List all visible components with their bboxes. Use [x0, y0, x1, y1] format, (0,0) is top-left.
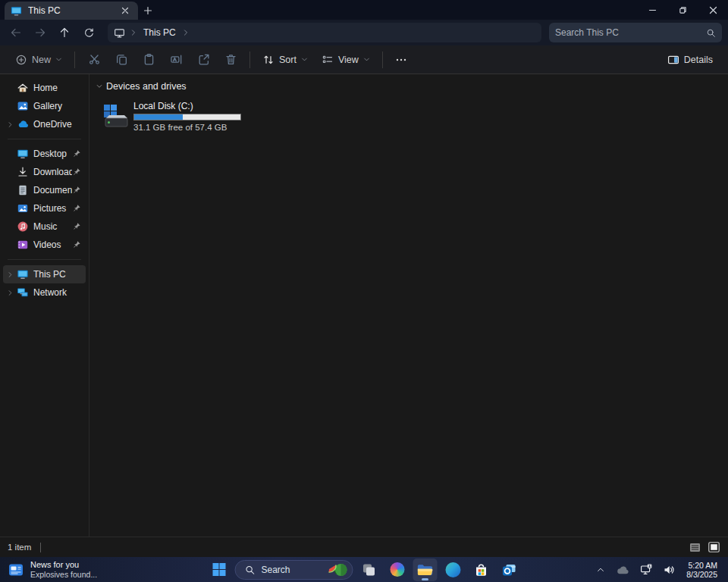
- breadcrumb-item-this-pc[interactable]: This PC: [142, 27, 177, 38]
- pin-icon: [72, 204, 84, 213]
- start-button[interactable]: [207, 559, 231, 581]
- section-devices-and-drives[interactable]: Devices and drives: [96, 79, 728, 94]
- chevron-right-icon[interactable]: [3, 289, 17, 296]
- sidebar-item-videos[interactable]: Videos: [3, 236, 86, 254]
- pictures-icon: [17, 202, 29, 214]
- sidebar-item-label: This PC: [33, 269, 86, 280]
- windows-start-icon: [212, 562, 226, 577]
- details-pane-button[interactable]: Details: [661, 48, 719, 71]
- sidebar-item-pictures[interactable]: Pictures: [3, 199, 86, 217]
- tab-title: This PC: [28, 5, 112, 16]
- chevron-right-icon: [182, 29, 190, 36]
- running-app-indicator: [422, 578, 428, 580]
- outlook-button[interactable]: [497, 559, 522, 581]
- search-box[interactable]: [549, 23, 722, 42]
- new-icon: [15, 54, 27, 66]
- sidebar-item-gallery[interactable]: Gallery: [3, 97, 86, 115]
- file-explorer-button[interactable]: [413, 559, 438, 581]
- file-list-area[interactable]: Devices and drives Local Disk (C:) 31.1 …: [89, 74, 728, 537]
- outlook-icon: [502, 562, 517, 577]
- delete-icon: [224, 53, 237, 66]
- task-view-button[interactable]: [357, 559, 381, 581]
- widget-subtitle: Explosives found...: [30, 570, 97, 579]
- rename-button[interactable]: [163, 48, 189, 71]
- explorer-tab[interactable]: This PC: [5, 2, 138, 20]
- sidebar-item-documents[interactable]: Documents: [3, 181, 86, 199]
- chevron-right-icon[interactable]: [3, 121, 17, 128]
- search-icon: [245, 565, 256, 575]
- close-button[interactable]: [698, 0, 728, 20]
- sidebar-item-desktop[interactable]: Desktop: [3, 145, 86, 163]
- file-explorer-icon: [417, 563, 434, 577]
- sort-label: Sort: [279, 55, 297, 65]
- tab-close-icon[interactable]: [118, 4, 132, 17]
- sidebar-item-label: Videos: [33, 239, 72, 250]
- sidebar-item-onedrive[interactable]: OneDrive: [3, 115, 86, 133]
- sidebar-item-this-pc[interactable]: This PC: [3, 265, 86, 283]
- task-view-icon: [362, 562, 377, 577]
- details-view-toggle[interactable]: [689, 542, 701, 553]
- more-icon: [395, 54, 407, 66]
- sort-button[interactable]: Sort: [256, 48, 314, 71]
- large-icons-view-toggle[interactable]: [708, 542, 720, 553]
- refresh-button[interactable]: [77, 22, 100, 43]
- copy-button[interactable]: [108, 48, 134, 71]
- sidebar-item-downloads[interactable]: Downloads: [3, 163, 86, 181]
- drive-local-disk-c[interactable]: Local Disk (C:) 31.1 GB free of 57.4 GB: [100, 100, 252, 133]
- videos-icon: [17, 239, 29, 251]
- up-button[interactable]: [53, 22, 76, 43]
- new-button[interactable]: New: [9, 48, 68, 71]
- edge-button[interactable]: [441, 559, 466, 581]
- chevron-down-icon: [301, 56, 308, 63]
- restore-button[interactable]: [667, 0, 698, 20]
- copilot-button[interactable]: [385, 559, 410, 581]
- chevron-down-icon: [363, 56, 370, 63]
- paste-button[interactable]: [136, 48, 162, 71]
- cut-icon: [88, 53, 101, 66]
- widgets-button[interactable]: News for you Explosives found...: [0, 557, 105, 582]
- clock[interactable]: 5:20 AM 8/3/2025: [682, 561, 722, 579]
- paste-icon: [143, 53, 155, 66]
- back-button[interactable]: [5, 22, 27, 43]
- navigation-pane: Home Gallery OneDrive: [0, 74, 89, 537]
- desktop-icon: [17, 148, 29, 160]
- breadcrumb[interactable]: This PC: [108, 23, 541, 42]
- music-icon: [17, 221, 29, 233]
- navigation-bar: This PC: [0, 20, 728, 45]
- status-divider: [40, 543, 41, 552]
- volume-tray-icon[interactable]: [659, 559, 679, 580]
- new-label: New: [32, 55, 51, 65]
- chevron-right-icon[interactable]: [3, 271, 17, 278]
- sidebar-item-label: Documents: [33, 185, 72, 196]
- sidebar-item-label: OneDrive: [33, 119, 86, 130]
- sort-icon: [262, 54, 275, 66]
- more-options-button[interactable]: [389, 48, 413, 71]
- search-highlight-watermelon-icon[interactable]: [327, 562, 350, 577]
- widget-title: News for you: [30, 560, 97, 570]
- pin-icon: [72, 222, 84, 231]
- this-pc-icon: [17, 268, 29, 280]
- new-tab-button[interactable]: [138, 2, 158, 20]
- share-button[interactable]: [190, 48, 216, 71]
- store-button[interactable]: [469, 559, 494, 581]
- search-input[interactable]: [555, 27, 706, 38]
- this-pc-icon: [114, 27, 125, 39]
- taskbar-search[interactable]: Search: [235, 560, 353, 580]
- tray-date: 8/3/2025: [686, 570, 717, 579]
- sidebar-item-music[interactable]: Music: [3, 217, 86, 236]
- cut-button[interactable]: [81, 48, 107, 71]
- forward-button[interactable]: [29, 22, 52, 43]
- network-tray-icon[interactable]: [636, 559, 656, 580]
- delete-button[interactable]: [218, 48, 243, 71]
- hidden-icons-chevron[interactable]: [592, 559, 609, 580]
- chevron-down-icon[interactable]: [96, 83, 103, 90]
- sidebar-item-network[interactable]: Network: [3, 283, 86, 302]
- sidebar-item-label: Music: [33, 221, 72, 232]
- share-icon: [197, 53, 210, 66]
- downloads-icon: [17, 166, 29, 178]
- sidebar-item-home[interactable]: Home: [3, 79, 86, 97]
- news-widget-icon: [8, 562, 24, 578]
- onedrive-tray-icon[interactable]: [612, 559, 633, 580]
- view-button[interactable]: View: [315, 48, 376, 71]
- minimize-button[interactable]: [637, 0, 667, 20]
